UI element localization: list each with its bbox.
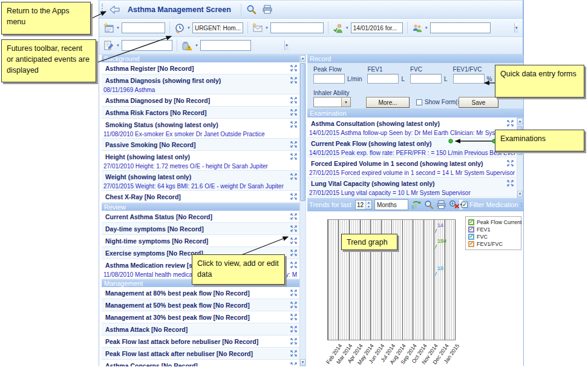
spinner-up-arrow[interactable]: ▲ <box>366 200 371 205</box>
trends-count-input[interactable] <box>356 202 365 208</box>
calendar-dropdown-arrow[interactable]: ▼ <box>116 26 120 30</box>
expand-icon[interactable] <box>290 225 298 233</box>
left-scrollbar[interactable]: ▲ ▼ <box>299 55 306 366</box>
mail-button[interactable] <box>252 23 263 33</box>
inhaler-ability-select[interactable]: ▼ <box>313 97 351 107</box>
mail-dropdown-arrow[interactable]: ▼ <box>265 26 269 30</box>
expand-icon[interactable] <box>290 301 298 309</box>
expand-icon[interactable] <box>290 173 298 180</box>
toolbar-grip[interactable] <box>102 4 104 16</box>
patients-button[interactable] <box>412 23 423 33</box>
legend-checkbox[interactable]: ✓ <box>468 219 474 225</box>
record-item-title-row[interactable]: Peak Flow last attack before nebuliser [… <box>102 336 299 347</box>
record-item-title-row[interactable]: Lung Vital Capacity (showing latest only… <box>307 177 516 189</box>
tasks-dropdown-arrow[interactable]: ▼ <box>187 26 191 30</box>
record-item-title-row[interactable]: Asthma Diagnosis (showing first only) <box>102 74 299 86</box>
medication-combo-input[interactable] <box>201 41 284 50</box>
print-chart-button[interactable] <box>436 199 446 210</box>
record-item-title-row[interactable]: Asthma Attack [No Record] <box>102 323 299 335</box>
expand-icon[interactable] <box>290 213 298 220</box>
expand-icon[interactable] <box>290 337 298 345</box>
expand-icon[interactable] <box>506 159 514 167</box>
record-item-title-row[interactable]: Height (showing latest only) <box>102 151 299 162</box>
search-button[interactable] <box>244 2 260 17</box>
trends-unit-select[interactable]: ▼ <box>374 199 408 210</box>
expand-icon[interactable] <box>290 96 298 104</box>
field-input[interactable] <box>367 74 399 84</box>
expand-icon[interactable] <box>290 64 298 72</box>
panel-gripper[interactable] <box>521 203 522 207</box>
document-button[interactable] <box>103 41 114 51</box>
expand-icon[interactable] <box>290 325 298 333</box>
expand-icon[interactable] <box>290 313 298 321</box>
zoom-button[interactable] <box>424 199 434 210</box>
record-item-title-row[interactable]: Asthma Diagnosed by [No Record] <box>102 94 299 106</box>
tasks-button[interactable] <box>174 23 185 33</box>
record-item-title-row[interactable]: Peak Flow last attack after nebuliser [N… <box>102 348 299 359</box>
record-item-title-row[interactable]: Current Peak Flow (showing latest only) <box>307 137 516 149</box>
legend-checkbox[interactable]: ✓ <box>468 241 474 247</box>
expand-icon[interactable] <box>290 108 298 116</box>
expand-icon[interactable] <box>290 261 298 269</box>
patients-combo-input[interactable] <box>431 24 514 32</box>
expand-icon[interactable] <box>290 153 298 160</box>
medication-dropdown-arrow[interactable]: ▼ <box>195 44 198 47</box>
record-item-title-row[interactable]: Asthma Risk Factors [No Record] <box>102 107 299 118</box>
record-item-title-row[interactable]: Asthma Register [No Record] <box>102 62 299 74</box>
show-forms-checkbox[interactable] <box>416 99 422 105</box>
record-item-title-row[interactable]: Asthma Concerns [No Record] <box>102 360 299 366</box>
record-item-title-row[interactable]: Management at 30% best peak flow [No Rec… <box>102 311 299 323</box>
record-item-title-row[interactable]: Smoking Status (showing latest only) <box>102 119 299 130</box>
expand-icon[interactable] <box>290 249 298 257</box>
spinner-down-arrow[interactable]: ▼ <box>366 205 371 209</box>
scroll-up-arrow[interactable]: ▲ <box>517 118 523 125</box>
document-dropdown-arrow[interactable]: ▼ <box>116 44 120 47</box>
record-item-title-row[interactable]: Chest X-Ray [No Record] <box>102 191 299 202</box>
record-item-title-row[interactable]: Passive Smoking [No Record] <box>102 139 299 150</box>
more-button[interactable]: More... <box>366 97 410 108</box>
medication-button[interactable] <box>181 41 193 51</box>
inhaler-dropdown-arrow[interactable]: ▼ <box>341 98 350 107</box>
record-item-title-row[interactable]: Management at 80% best peak flow [No Rec… <box>102 287 299 299</box>
zoom-reset-button[interactable] <box>449 199 459 210</box>
save-button[interactable]: Save <box>459 97 498 108</box>
patient-button[interactable] <box>333 23 344 33</box>
expand-icon[interactable] <box>290 289 298 297</box>
record-item-title-row[interactable]: Day-time symptoms [No Record] <box>102 223 299 234</box>
field-input[interactable] <box>453 74 485 84</box>
record-item-title-row[interactable]: Night-time symptoms [No Record] <box>102 235 299 246</box>
expand-icon[interactable] <box>290 121 298 128</box>
print-button[interactable] <box>260 2 275 17</box>
scroll-down-arrow[interactable]: ▼ <box>517 191 523 197</box>
record-item-title-row[interactable]: Management at 50% best peak flow [No Rec… <box>102 299 299 311</box>
expand-icon[interactable] <box>290 362 298 366</box>
field-input[interactable] <box>313 74 345 84</box>
patients-dropdown-arrow[interactable]: ▼ <box>425 26 428 30</box>
expand-icon[interactable] <box>290 141 298 148</box>
scroll-up-arrow[interactable]: ▲ <box>300 55 305 62</box>
back-button[interactable] <box>107 2 123 17</box>
filter-medication-checkbox[interactable]: ✓ <box>462 202 468 208</box>
expand-icon[interactable] <box>290 193 298 200</box>
medication-combo-arrow[interactable]: ▼ <box>284 41 289 50</box>
record-item-title-row[interactable]: Weight (showing latest only) <box>102 171 299 182</box>
patients-combo-arrow[interactable]: ▼ <box>514 23 518 33</box>
record-item-title-row[interactable]: Asthma Consultation (showing latest only… <box>307 117 516 129</box>
expand-icon[interactable] <box>290 237 298 245</box>
scroll-down-arrow[interactable]: ▼ <box>300 359 305 366</box>
legend-checkbox[interactable]: ✓ <box>468 226 474 233</box>
spinner-steppers[interactable]: ▲▼ <box>365 200 371 209</box>
record-panel-header: Record <box>307 55 523 63</box>
scrollbar-thumb[interactable] <box>300 63 305 201</box>
expand-icon[interactable] <box>290 349 298 357</box>
expand-icon[interactable] <box>506 179 514 187</box>
field-input[interactable] <box>410 74 442 84</box>
expand-icon[interactable] <box>506 119 514 127</box>
refresh-chart-button[interactable] <box>411 199 422 210</box>
patient-dropdown-arrow[interactable]: ▼ <box>345 26 349 30</box>
record-item-title-row[interactable]: Current Asthma Status [No Record] <box>102 211 299 222</box>
legend-checkbox[interactable]: ✓ <box>468 234 474 240</box>
calendar-button[interactable] <box>103 23 114 33</box>
record-item-title-row[interactable]: Forced Expired Volume in 1 second (showi… <box>307 157 516 169</box>
expand-icon[interactable] <box>290 76 298 84</box>
